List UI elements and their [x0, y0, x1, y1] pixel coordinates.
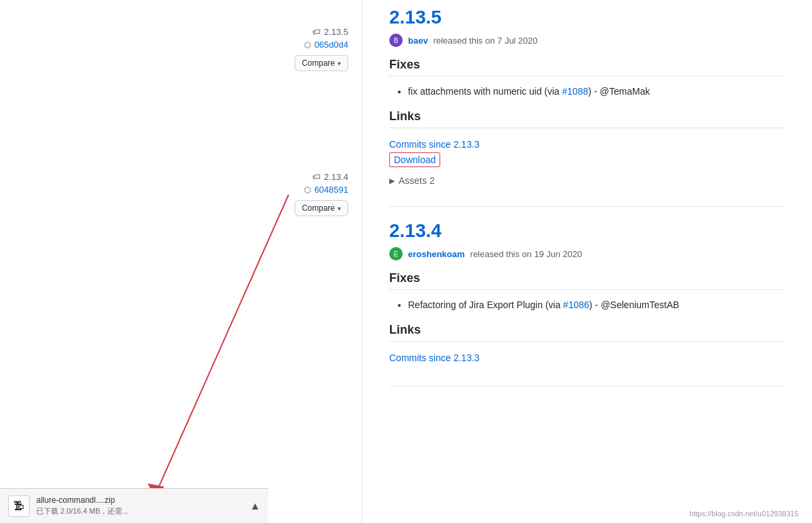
release-meta-2134: E eroshenkoam released this on 19 Jun 20…: [389, 247, 785, 260]
links-section-2134: Commits since 2.13.3: [389, 352, 785, 363]
fix-text-2134-0: Refactoring of Jira Export Plugin (via: [408, 299, 563, 310]
tag-icon-2134: 🏷: [312, 172, 321, 182]
fix-item-2134-0: Refactoring of Jira Export Plugin (via #…: [408, 298, 785, 312]
commit-hash-2135: 065d0d4: [314, 40, 348, 50]
released-text-2135: released this on 7 Jul 2020: [434, 36, 538, 46]
download-bar: 🗜 allure-commandl....zip 已下载 2.0/16.4 MB…: [0, 488, 268, 523]
commit-hash-2134: 6048591: [314, 185, 348, 195]
tag-label-2134: 2.13.4: [324, 172, 348, 182]
compare-label-2135: Compare: [302, 58, 335, 68]
release-meta-2135: B baev released this on 7 Jul 2020: [389, 34, 785, 47]
tag-row-2134: 🏷 2.13.4: [27, 172, 348, 182]
fixes-list-2135: fix attachments with numeric uid (via #1…: [389, 85, 785, 99]
compare-button-2134[interactable]: Compare ▾: [295, 200, 348, 216]
commits-link-2134[interactable]: Commits since 2.13.3: [389, 352, 785, 363]
download-link-2135[interactable]: Download: [389, 152, 440, 167]
sidebar-entry-2135: 🏷 2.13.5 ⬡ 065d0d4 Compare ▾: [27, 13, 348, 71]
assets-arrow-icon-2135: ▶: [389, 177, 395, 185]
author-link-2135[interactable]: baev: [408, 36, 428, 46]
commits-link-2135[interactable]: Commits since 2.13.3: [389, 139, 785, 150]
tag-icon-2135: 🏷: [312, 27, 321, 37]
commit-row-2135: ⬡ 065d0d4: [27, 40, 348, 50]
release-title-2134[interactable]: 2.13.4: [389, 220, 785, 242]
compare-label-2134: Compare: [302, 203, 335, 213]
commit-icon-2135: ⬡: [304, 40, 311, 50]
avatar-eroshen: E: [389, 247, 403, 260]
fixes-heading-2135: Fixes: [389, 58, 785, 77]
fixes-heading-2134: Fixes: [389, 271, 785, 290]
page-wrapper: 🏷 2.13.5 ⬡ 065d0d4 Compare ▾ 🏷 2.13.4 ⬡: [0, 0, 812, 523]
release-section-2135: 2.13.5 B baev released this on 7 Jul 202…: [389, 7, 785, 207]
release-title-2135[interactable]: 2.13.5: [389, 7, 785, 28]
released-text-2134: released this on 19 Jun 2020: [470, 249, 582, 259]
main-content: 2.13.5 B baev released this on 7 Jul 202…: [362, 0, 812, 523]
fix-link-2135-0[interactable]: #1088: [562, 86, 589, 97]
sidebar-entry-2134: 🏷 2.13.4 ⬡ 6048591 Compare ▾: [27, 91, 348, 216]
links-heading-2134: Links: [389, 323, 785, 342]
chevron-down-icon-2134: ▾: [338, 205, 341, 212]
links-heading-2135: Links: [389, 109, 785, 128]
assets-label-2135: Assets 2: [399, 175, 435, 186]
sidebar: 🏷 2.13.5 ⬡ 065d0d4 Compare ▾ 🏷 2.13.4 ⬡: [0, 0, 362, 523]
svg-line-0: [154, 195, 289, 497]
tag-label-2135: 2.13.5: [324, 27, 348, 37]
author-link-2134[interactable]: eroshenkoam: [408, 249, 465, 259]
fix-suffix-2135-0: ) - @TemaMak: [588, 86, 650, 97]
fix-text-2135-0: fix attachments with numeric uid (via: [408, 86, 562, 97]
commit-row-2134: ⬡ 6048591: [27, 185, 348, 195]
fix-suffix-2134-0: ) - @SeleniumTestAB: [589, 299, 679, 310]
csdn-watermark: https://blog.csdn.net/u012938315: [689, 510, 799, 518]
download-progress: 已下载 2.0/16.4 MB，还需...: [36, 506, 243, 516]
links-section-2135: Commits since 2.13.3 Download: [389, 139, 785, 167]
tag-row-2135: 🏷 2.13.5: [27, 27, 348, 37]
download-file-icon: 🗜: [8, 495, 30, 517]
download-chevron-icon[interactable]: ▲: [250, 500, 260, 512]
fix-item-2135-0: fix attachments with numeric uid (via #1…: [408, 85, 785, 99]
release-section-2134: 2.13.4 E eroshenkoam released this on 19…: [389, 220, 785, 387]
fixes-list-2134: Refactoring of Jira Export Plugin (via #…: [389, 298, 785, 312]
assets-row-2135[interactable]: ▶ Assets 2: [389, 175, 785, 186]
download-filename: allure-commandl....zip: [36, 495, 243, 505]
zip-icon: 🗜: [13, 500, 24, 512]
red-arrow-annotation: [0, 0, 362, 523]
fix-link-2134-0[interactable]: #1086: [563, 299, 589, 310]
avatar-baev: B: [389, 34, 403, 47]
commit-icon-2134: ⬡: [304, 185, 311, 195]
chevron-down-icon-2135: ▾: [338, 60, 341, 67]
download-info: allure-commandl....zip 已下载 2.0/16.4 MB，还…: [36, 495, 243, 516]
compare-button-2135[interactable]: Compare ▾: [295, 55, 348, 71]
